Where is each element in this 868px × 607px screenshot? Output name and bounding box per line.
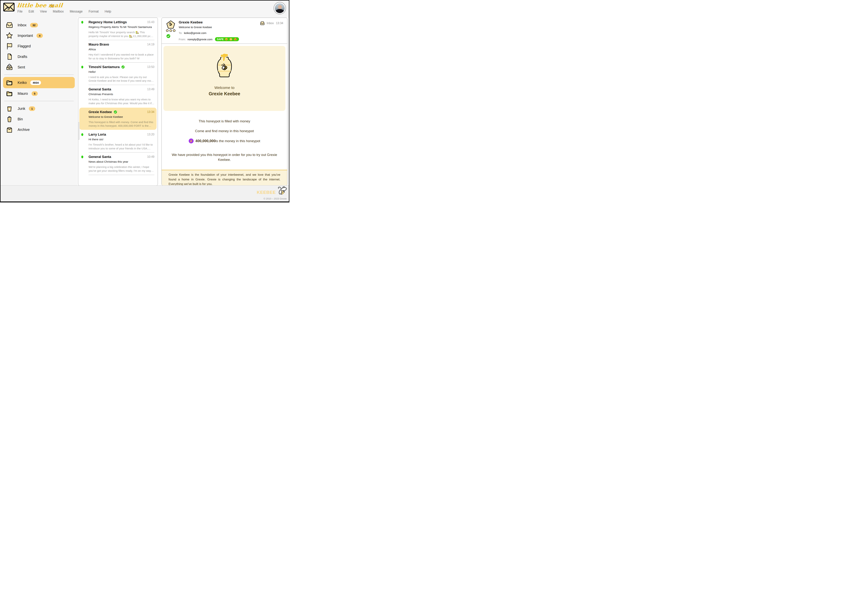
email-time: 13:34 xyxy=(147,110,154,113)
menu-file[interactable]: File xyxy=(17,9,23,14)
verified-check-icon xyxy=(114,110,117,113)
menu-message[interactable]: Message xyxy=(70,9,82,14)
message-header: Grexie Keebee Welcome to Grexie Keebee T… xyxy=(162,18,287,41)
email-list-panel: Regency Home Lettings 15:43 Regency Prop… xyxy=(78,18,158,186)
message-sender-name: Grexie Keebee xyxy=(179,20,239,24)
sidebar-label: Important xyxy=(18,34,33,38)
junk-basket-icon xyxy=(6,105,13,112)
list-scrollbar[interactable] xyxy=(78,122,80,140)
email-sender: General Santa xyxy=(88,87,111,91)
from-label: From: xyxy=(179,38,186,41)
honeypot-icon xyxy=(213,46,236,80)
mini-hive-icons xyxy=(166,29,175,32)
email-preview: Hey Kei! I wondered if you wanted me to … xyxy=(88,53,154,60)
body-line-2: Come and find money in this honeypot xyxy=(163,129,285,133)
folder-icon xyxy=(6,90,13,97)
email-list-item[interactable]: Mauro Bravo 14:19 Africa Hey Kei! I wond… xyxy=(78,40,158,62)
email-time: 14:19 xyxy=(147,43,154,46)
email-time: 10:49 xyxy=(147,155,154,158)
app-logo-envelope-icon xyxy=(3,2,15,12)
menu-format[interactable]: Format xyxy=(88,9,99,14)
email-subject: Hello! xyxy=(88,70,154,73)
menu-help[interactable]: Help xyxy=(105,9,111,14)
sidebar-label: Junk xyxy=(18,107,25,111)
body-closing-line: We have provided you this honeypot in or… xyxy=(170,152,279,162)
sidebar-item-important[interactable]: Important 4 xyxy=(0,30,77,41)
lightning-icon: ⚡ xyxy=(189,138,194,143)
hero-welcome-line: Welcome to xyxy=(163,85,285,90)
sidebar-item-keiko[interactable]: Keiko 4934 xyxy=(3,77,75,88)
sidebar: Inbox 32 Important 4 Flagged Drafts xyxy=(0,18,77,186)
money-amount: 400,000,000 xyxy=(195,139,215,143)
menu-edit[interactable]: Edit xyxy=(28,9,34,14)
sidebar-item-junk[interactable]: Junk 1 xyxy=(0,103,77,114)
email-list-item[interactable]: Regency Home Lettings 15:43 Regency Prop… xyxy=(78,18,158,40)
app-title: little bee mail xyxy=(17,2,63,9)
safe-badge-label: SAFE xyxy=(217,38,223,41)
inbox-icon xyxy=(260,21,265,25)
sidebar-item-inbox[interactable]: Inbox 32 xyxy=(0,20,77,30)
user-avatar[interactable] xyxy=(274,2,286,14)
sidebar-label: Sent xyxy=(18,65,25,69)
unread-dot-icon xyxy=(81,66,83,68)
message-time: 13:34 xyxy=(276,22,283,25)
menubar: File Edit View Mailbox Message Format He… xyxy=(17,9,111,14)
message-subject: Welcome to Grexie Keebee xyxy=(179,26,239,29)
copyright-text: © 2010 – 2023 Grexie xyxy=(264,197,287,200)
email-list-item-selected[interactable]: Grexie Keebee 13:34 Welcome to Grexie Ke… xyxy=(79,108,157,130)
email-sender: Grexie Keebee xyxy=(88,110,112,114)
trash-icon xyxy=(6,116,13,123)
email-preview: I need to ask you a favor. Please can yo… xyxy=(88,75,154,83)
sidebar-label: Mauro xyxy=(18,92,28,96)
list-divider xyxy=(88,175,154,175)
message-footnote-card: Grexie Keebee is the foundation of your … xyxy=(162,170,287,185)
unread-count-badge: 32 xyxy=(30,23,38,27)
honeypot-hero-card: Welcome to Grexie Keebee xyxy=(163,46,285,111)
unread-count-badge: 5 xyxy=(32,91,38,96)
email-subject: Hi there sis! xyxy=(88,138,154,141)
sender-hive-avatar-icon xyxy=(166,20,175,29)
email-sender: Timoshī Santamura xyxy=(88,65,119,69)
avatar-photo xyxy=(275,3,285,13)
email-subject: Regency Property Alerts To Mr Timoshī Sa… xyxy=(88,25,154,29)
sidebar-label: Drafts xyxy=(18,54,27,59)
sidebar-item-mauro[interactable]: Mauro 5 xyxy=(0,88,77,99)
star-icon xyxy=(6,32,13,39)
email-subject: Africa xyxy=(88,48,154,51)
email-time: 13:49 xyxy=(147,88,154,91)
from-address: noreply@grexie.com xyxy=(188,38,212,41)
sidebar-label: Inbox xyxy=(18,23,26,27)
email-list-item[interactable]: Timoshī Santamura 13:50 Hello! I need to… xyxy=(78,63,158,85)
unread-dot-icon xyxy=(81,133,83,136)
verified-check-icon xyxy=(121,65,125,68)
email-list-item[interactable]: General Santa 13:49 Christmas Presents H… xyxy=(78,85,158,107)
email-preview: Hi Keiko, I need to know what you want m… xyxy=(88,98,154,105)
email-subject: News about Christmas this year xyxy=(88,160,154,163)
safe-badge: SAFE 😀 😳 😍 xyxy=(215,37,239,41)
star-icon xyxy=(50,3,54,8)
email-preview: Hello Mr Timoshī Your property search 🏡 … xyxy=(88,31,154,38)
email-preview: We're planning a big celebration this wi… xyxy=(88,165,154,172)
email-list-item[interactable]: General Santa 10:49 News about Christmas… xyxy=(78,152,158,175)
menu-mailbox[interactable]: Mailbox xyxy=(53,9,64,14)
menu-view[interactable]: View xyxy=(40,9,47,14)
sidebar-item-archive[interactable]: Archive xyxy=(0,124,77,135)
flag-icon xyxy=(6,43,13,50)
sidebar-item-sent[interactable]: Sent xyxy=(0,62,77,73)
unread-dot-icon xyxy=(81,155,83,158)
message-body: Welcome to Grexie Keebee This honeypot i… xyxy=(162,44,287,162)
to-address: keiko@grexie.com xyxy=(184,31,206,34)
sidebar-item-flagged[interactable]: Flagged xyxy=(0,41,77,51)
keebee-brand: KEEBEE xyxy=(257,190,276,195)
sidebar-divider xyxy=(4,75,74,75)
app-footer: KEEBEE © 2010 – 2023 Grexie xyxy=(0,185,289,202)
sidebar-item-drafts[interactable]: Drafts xyxy=(0,51,77,62)
email-time: 15:43 xyxy=(147,20,154,24)
email-list-item[interactable]: Larry Loria 13:20 Hi there sis! I'm Timo… xyxy=(78,130,158,152)
to-label: To: xyxy=(179,31,182,34)
sidebar-item-bin[interactable]: Bin xyxy=(0,114,77,124)
email-sender: General Santa xyxy=(88,155,111,159)
sent-icon xyxy=(6,64,13,71)
email-sender: Regency Home Lettings xyxy=(88,20,127,24)
footnote-text: Grexie Keebee is the foundation of your … xyxy=(169,172,280,186)
